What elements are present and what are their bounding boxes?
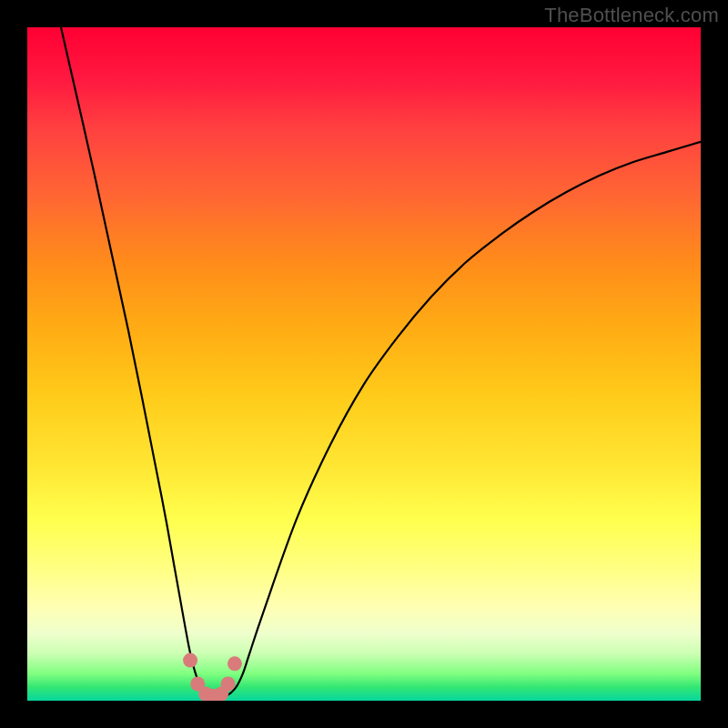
marker-dot bbox=[183, 653, 197, 668]
marker-group bbox=[183, 653, 242, 701]
marker-dot bbox=[221, 677, 236, 692]
curve-layer bbox=[27, 27, 701, 701]
watermark-text: TheBottleneck.com bbox=[544, 4, 719, 27]
marker-dot bbox=[228, 656, 242, 671]
chart-frame: TheBottleneck.com bbox=[0, 0, 728, 728]
plot-area bbox=[27, 27, 701, 701]
bottleneck-curve-path bbox=[61, 27, 701, 699]
